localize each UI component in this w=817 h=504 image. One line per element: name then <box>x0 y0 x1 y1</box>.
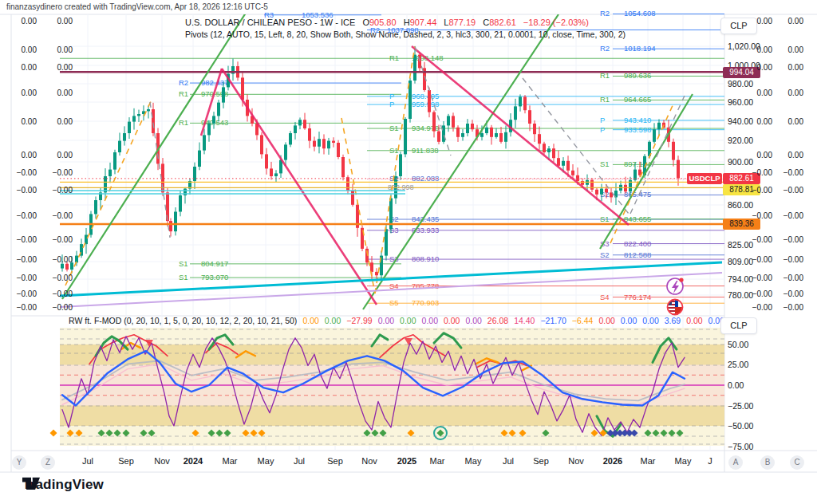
indicator-zero-value: 0.00 <box>5 117 37 126</box>
indicator-zero-value: 0.00 <box>41 89 73 97</box>
indicator-zero-value: 0.00 <box>41 151 73 159</box>
pivot-value: 1054.608 <box>624 9 656 18</box>
time-tick-label: J <box>693 456 728 466</box>
pivot-value: 964.665 <box>624 95 651 104</box>
gold-dashed-trendline[interactable] <box>65 100 152 285</box>
indicator-zero-value: −0.00 <box>772 168 803 177</box>
indicator-zero-value: −0.00 <box>740 211 772 220</box>
oscillator-value: −6.44 <box>572 316 594 325</box>
symbol-title[interactable]: U.S. DOLLAR / CHILEAN PESO - 1W - ICE <box>185 18 355 27</box>
osc-axis-currency-button[interactable]: CLP <box>720 317 757 334</box>
indicator-zero-value: −0.00 <box>772 235 803 244</box>
indicator-zero-value: 0.00 <box>740 45 772 54</box>
time-axis-button-a[interactable]: A <box>728 455 743 470</box>
pivot-letter: R1 <box>179 118 188 127</box>
pivot-letter: P <box>600 116 605 124</box>
tradingview-logo[interactable]: TradingView <box>22 477 104 493</box>
indicator-zero-value: 0.00 <box>740 151 772 159</box>
pivot-letter: R1 <box>600 95 610 104</box>
indicator-zero-value: −0.00 <box>41 186 73 195</box>
indicator-zero-value: 0.00 <box>41 17 73 26</box>
tradingview-logo-icon <box>22 477 40 493</box>
indicator-zero-value: −0.00 <box>740 303 772 312</box>
indicator-zero-value: −0.00 <box>740 235 772 244</box>
symbol-legend: U.S. DOLLAR / CHILEAN PESO - 1W - ICE O9… <box>185 17 626 40</box>
indicator-zero-value: −0.00 <box>740 289 772 298</box>
indicator-zero-value: 0.00 <box>772 89 803 97</box>
price-axis-badge: 839.36 <box>723 219 760 230</box>
oscillator-legend[interactable]: RW ft. F-MOD (0, 20, 10, 1, 5, 0, 20, 10… <box>69 316 724 325</box>
osc-tick-label: −50.00 <box>728 421 753 431</box>
indicator-zero-value: −0.00 <box>5 211 37 220</box>
indicator-zero-value: 0.00 <box>772 151 803 159</box>
time-axis-button-c[interactable]: C <box>790 455 804 470</box>
indicator-zero-value: −0.00 <box>5 289 37 298</box>
chart-canvas[interactable]: R2982.437R1970.598R1940.543S1804.917S179… <box>0 0 817 504</box>
time-tick-label: Jul <box>282 456 317 466</box>
oscillator-value: 0.00 <box>400 316 416 325</box>
indicator-zero-value: −0.00 <box>772 255 803 264</box>
pivot-letter: R2 <box>600 44 610 53</box>
oscillator-value: −27.99 <box>346 316 372 325</box>
pivot-letter: S4 <box>389 282 399 290</box>
pivot-letter: S1 <box>389 146 399 155</box>
symbol-legend-row: U.S. DOLLAR / CHILEAN PESO - 1W - ICE O9… <box>185 17 626 28</box>
time-axis-button-y[interactable]: Y <box>12 455 26 470</box>
oscillator-value: 0.00 <box>686 316 702 325</box>
pivot-value: 982.437 <box>201 78 228 87</box>
price-tick-label: 960.00 <box>728 97 753 107</box>
indicator-zero-value: −0.00 <box>772 274 803 282</box>
green-trendline[interactable] <box>62 8 249 299</box>
oscillator-value: −21.70 <box>540 316 566 325</box>
oscillator-value: 0.00 <box>325 316 341 325</box>
indicator-zero-value: −0.00 <box>740 255 772 264</box>
chart-bubbles[interactable] <box>667 278 684 315</box>
oscillator-value: 0.00 <box>302 316 318 325</box>
pivot-letter: R1 <box>389 53 399 62</box>
time-axis-button-z[interactable]: Z <box>41 455 55 470</box>
indicator-zero-value: −0.00 <box>5 303 37 312</box>
oscillator-title[interactable]: RW ft. F-MOD (0, 20, 10, 1, 5, 0, 20, 10… <box>69 316 297 325</box>
indicator-zero-value: 0.00 <box>740 89 772 97</box>
indicator-zero-value: −0.00 <box>772 303 803 312</box>
high-label: H <box>404 18 410 27</box>
oscillator-value: 0.00 <box>621 316 637 325</box>
pivot-value: 808.910 <box>412 254 439 263</box>
indicator-zero-value: 0.00 <box>5 89 37 97</box>
time-tick-label: 2026 <box>595 456 630 466</box>
price-tick-label: 980.00 <box>728 79 753 89</box>
pivots-indicator-legend[interactable]: Pivots (12, AUTO, 15, Left, 8, 20, Show … <box>185 29 626 40</box>
time-tick-label: Mar <box>420 456 455 466</box>
indicator-zero-value: −0.00 <box>41 168 73 177</box>
pivot-value: 804.917 <box>201 259 228 268</box>
pivot-value: 776.174 <box>624 293 651 301</box>
indicator-zero-value: 0.00 <box>41 63 73 72</box>
indicator-zero-value: −0.00 <box>740 168 772 177</box>
oscillator-value: 14.40 <box>514 316 535 325</box>
pivot-letter: P <box>600 125 605 134</box>
pivot-letter: S1 <box>179 259 188 268</box>
time-tick-label: Sep <box>523 456 558 466</box>
time-tick-label: Nov <box>558 456 594 466</box>
pivot-letter: S1 <box>179 273 188 282</box>
indicator-zero-value: 0.00 <box>5 63 37 72</box>
pivot-letter: S4 <box>600 293 610 301</box>
indicator-zero-value: −0.00 <box>740 186 772 195</box>
close-label: C <box>483 18 489 27</box>
pivot-value: 943.410 <box>624 116 651 124</box>
time-tick-label: Mar <box>630 456 665 466</box>
pivot-letter: S1 <box>389 124 399 132</box>
indicator-zero-value: −0.00 <box>740 274 772 282</box>
indicator-zero-value: −0.00 <box>41 211 73 220</box>
indicator-zero-value: 0.00 <box>740 17 772 26</box>
indicator-zero-value: −0.00 <box>41 235 73 244</box>
indicator-zero-value: 0.00 <box>772 63 803 72</box>
time-tick-label: Mar <box>212 456 247 466</box>
indicator-zero-value: 0.00 <box>740 63 772 72</box>
pivot-letter: P <box>389 100 394 108</box>
indicator-zero-value: −0.00 <box>41 289 73 298</box>
pivot-value: 1018.194 <box>624 44 656 53</box>
indicator-zero-value: −0.00 <box>5 235 37 244</box>
price-tick-label: 860.00 <box>728 200 753 210</box>
time-axis-button-b[interactable]: B <box>760 455 775 470</box>
